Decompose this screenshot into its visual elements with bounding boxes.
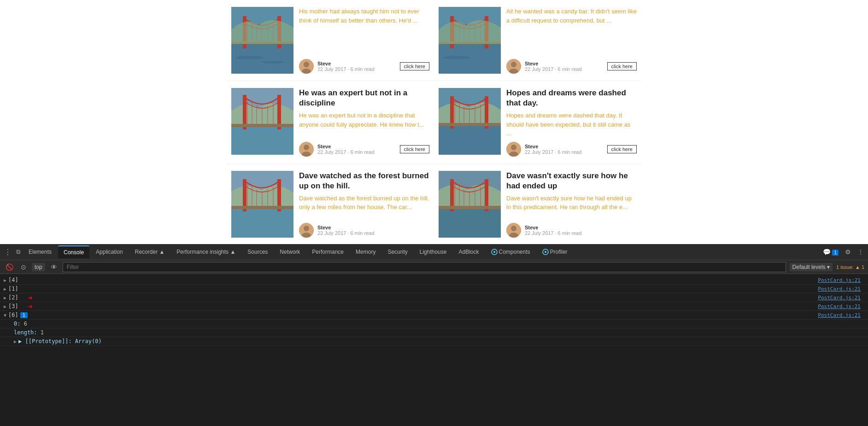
card-meta: Steve 22 July 2017 · 6 min read click he…: [506, 59, 637, 74]
svg-rect-83: [439, 206, 501, 209]
postcard-link[interactable]: PostCard.js:21: [818, 277, 864, 283]
meta-info: Steve 22 July 2017 · 6 min read: [525, 61, 604, 72]
more-button[interactable]: ⋮: [856, 247, 866, 257]
val-0: 6: [24, 321, 27, 327]
red-arrow-icon: ➜: [28, 293, 33, 303]
console-body: ▶ [4] PostCard.js:21 ▶ [1] PostCard.js:2…: [0, 274, 868, 426]
click-here-button[interactable]: click here: [400, 145, 429, 153]
console-row[interactable]: ▶ [4] PostCard.js:21: [0, 276, 868, 285]
meta-info: Steve 22 July 2017 · 6 min read: [317, 225, 429, 236]
badge-blue: 1: [20, 312, 28, 318]
devtools-right-icons: 💬 1 ⚙ ⋮: [821, 247, 866, 257]
card-content: His mother had always taught him not to …: [299, 7, 429, 74]
avatar: [299, 223, 314, 238]
svg-point-18: [443, 56, 471, 59]
devtools-undock-button[interactable]: ⧉: [14, 247, 22, 257]
default-levels-button[interactable]: Default levels ▾: [790, 263, 833, 271]
author-name: Steve: [317, 61, 396, 66]
expand-arrow-icon: ▶: [14, 339, 17, 344]
spacer: [20, 321, 23, 327]
content-area: His mother had always taught him not to …: [0, 0, 868, 244]
svg-point-90: [545, 251, 546, 253]
card-image: [439, 88, 501, 155]
svg-point-88: [493, 251, 495, 253]
author-name: Steve: [317, 225, 429, 230]
card-image: [439, 7, 501, 74]
tab-network[interactable]: Network: [274, 246, 305, 258]
tab-components[interactable]: Components: [486, 246, 536, 258]
key-0: 0:: [14, 321, 20, 327]
console-row[interactable]: ▶ [1] PostCard.js:21: [0, 285, 868, 293]
eye-button[interactable]: 👁: [49, 263, 59, 272]
svg-rect-41: [231, 124, 293, 127]
card-meta: Steve 22 July 2017 · 6 min read click he…: [506, 142, 637, 157]
click-here-button[interactable]: click here: [607, 145, 637, 153]
top-label: top: [32, 263, 45, 271]
tab-sources[interactable]: Sources: [242, 246, 273, 258]
console-row-child[interactable]: ▶ ▶ [[Prototype]]: Array(0): [0, 337, 868, 346]
list-item: Hopes and dreams were dashed that day. H…: [434, 81, 641, 164]
card-title: He was an expert but not in a discipline: [299, 88, 429, 108]
avatar: [506, 223, 521, 238]
click-here-button[interactable]: click here: [400, 62, 429, 70]
card-content: All he wanted was a candy bar. It didn't…: [506, 7, 637, 74]
postcard-link[interactable]: PostCard.js:21: [818, 312, 864, 318]
click-here-button[interactable]: click here: [607, 62, 637, 70]
postcard-link[interactable]: PostCard.js:21: [818, 295, 864, 301]
red-arrow-icon: ➜: [28, 302, 33, 311]
card-excerpt: All he wanted was a candy bar. It didn't…: [506, 7, 637, 55]
console-row-expanded[interactable]: ▼ [6] 1 PostCard.js:21: [0, 311, 868, 320]
card-content: Hopes and dreams were dashed that day. H…: [506, 88, 637, 157]
tab-elements[interactable]: Elements: [23, 246, 57, 258]
val-length: 1: [41, 329, 44, 336]
tab-profiler[interactable]: Profiler: [537, 246, 573, 258]
avatar: [506, 59, 521, 74]
tab-recorder[interactable]: Recorder ▲: [129, 246, 170, 258]
console-row[interactable]: ▶ [2] ➜ PostCard.js:21: [0, 293, 868, 302]
console-row-label: [3]: [8, 303, 18, 309]
console-settings-button[interactable]: ⊙: [19, 263, 28, 272]
tab-components-label: Components: [499, 249, 530, 255]
console-row[interactable]: ▶ [3] ➜ PostCard.js:21: [0, 302, 868, 311]
key-length: length:: [14, 329, 37, 336]
settings-button[interactable]: ⚙: [843, 247, 853, 257]
svg-rect-46: [439, 126, 501, 155]
card-image: [231, 88, 293, 155]
svg-point-3: [261, 61, 284, 64]
expand-arrow-icon: ▶: [4, 304, 6, 309]
list-item: He was an expert but not in a discipline…: [227, 81, 434, 164]
console-row-label: [6]: [8, 312, 18, 318]
avatar: [299, 59, 314, 74]
list-item: His mother had always taught him not to …: [227, 0, 434, 81]
card-content: Dave watched as the forest burned up on …: [299, 171, 429, 238]
clear-console-button[interactable]: 🚫: [4, 263, 15, 272]
tab-application[interactable]: Application: [90, 246, 129, 258]
card-image: [231, 7, 293, 74]
tab-security[interactable]: Security: [382, 246, 413, 258]
tab-console[interactable]: Console: [58, 245, 89, 258]
devtools-tab-toggle[interactable]: ⋮: [2, 247, 13, 257]
author-name: Steve: [317, 144, 396, 149]
meta-info: Steve 22 July 2017 · 6 min read: [525, 225, 637, 236]
filter-input[interactable]: [63, 262, 786, 272]
tab-lighthouse[interactable]: Lighthouse: [414, 246, 452, 258]
post-date: 22 July 2017 · 6 min read: [317, 149, 396, 155]
messages-button[interactable]: 💬 1: [821, 247, 840, 257]
tab-performance-insights[interactable]: Performance insights ▲: [171, 246, 241, 258]
expand-arrow-icon: ▶: [4, 278, 6, 283]
devtools-panel: ⋮ ⧉ Elements Console Application Recorde…: [0, 244, 868, 426]
card-excerpt: Hopes and dreams were dashed that day. I…: [506, 111, 637, 138]
postcard-link[interactable]: PostCard.js:21: [818, 286, 864, 292]
list-item: Dave wasn't exactly sure how he had ende…: [434, 164, 641, 244]
postcard-link[interactable]: PostCard.js:21: [818, 303, 864, 309]
tab-memory[interactable]: Memory: [350, 246, 381, 258]
card-title: Hopes and dreams were dashed that day.: [506, 88, 637, 108]
tab-adblock[interactable]: AdBlock: [453, 246, 484, 258]
svg-point-43: [304, 145, 309, 150]
expand-arrow-icon: ▶: [4, 295, 6, 300]
card-excerpt: Dave wasn't exactly sure how he had ende…: [506, 194, 637, 219]
expand-arrow-icon: ▶: [4, 286, 6, 292]
svg-rect-32: [231, 127, 293, 155]
author-name: Steve: [525, 144, 604, 149]
tab-performance[interactable]: Performance: [306, 246, 349, 258]
